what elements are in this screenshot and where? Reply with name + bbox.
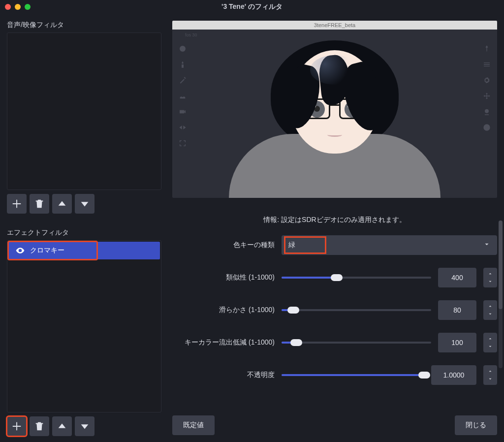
maximize-icon[interactable] <box>25 4 31 10</box>
delete-effect-filter-button[interactable] <box>30 416 49 436</box>
wand-icon[interactable] <box>178 76 187 85</box>
camera-icon[interactable] <box>178 107 187 116</box>
sliders-icon[interactable] <box>482 60 491 69</box>
svg-rect-1 <box>180 110 184 114</box>
person-icon[interactable] <box>178 60 187 69</box>
move-audio-filter-down-button[interactable] <box>75 194 94 214</box>
audio-filters-label: 音声/映像フィルタ <box>7 21 161 30</box>
left-panel: 音声/映像フィルタ エフェクトフィルタ クロマキー <box>0 14 167 442</box>
close-button[interactable]: 閉じる <box>455 415 497 435</box>
bow-icon[interactable] <box>178 123 187 132</box>
info-icon[interactable] <box>482 123 491 132</box>
chevron-up-icon[interactable] <box>483 335 497 342</box>
svg-point-2 <box>485 109 489 113</box>
visibility-icon[interactable] <box>15 246 25 255</box>
svg-point-0 <box>180 46 186 52</box>
face-icon[interactable] <box>178 44 187 53</box>
similarity-slider[interactable] <box>282 268 431 287</box>
spill-stepper[interactable] <box>483 333 497 352</box>
chevron-down-icon[interactable] <box>483 278 497 285</box>
similarity-label: 類似性 (1-1000) <box>172 273 275 282</box>
add-effect-filter-button[interactable] <box>7 416 27 436</box>
preview-right-toolbar <box>482 44 491 132</box>
minimize-icon[interactable] <box>15 4 21 10</box>
spill-value[interactable]: 100 <box>438 333 476 352</box>
pin-icon[interactable] <box>482 44 491 53</box>
chevron-down-icon <box>483 241 490 250</box>
smoothness-label: 滑らかさ (1-1000) <box>172 306 275 315</box>
effect-filters-buttons <box>7 416 161 436</box>
preview-title: 3teneFREE_beta <box>172 21 497 30</box>
close-icon[interactable] <box>5 4 11 10</box>
scrollbar[interactable] <box>499 221 503 368</box>
svg-point-3 <box>483 124 490 130</box>
preview-small-label: fos 30 <box>185 32 197 37</box>
spill-label: キーカラー流出低減 (1-1000) <box>172 338 275 347</box>
window-controls <box>5 4 31 10</box>
move-effect-filter-down-button[interactable] <box>75 416 94 436</box>
opacity-stepper[interactable] <box>483 365 497 385</box>
key-type-select[interactable]: 緑 <box>282 235 497 255</box>
similarity-stepper[interactable] <box>483 268 497 287</box>
similarity-value[interactable]: 400 <box>438 268 476 287</box>
chevron-down-icon[interactable] <box>483 311 497 317</box>
preview-window: 3teneFREE_beta fos 30 <box>172 21 497 198</box>
preview-left-toolbar <box>178 44 187 148</box>
opacity-value[interactable]: 1.0000 <box>431 365 476 385</box>
chevron-down-icon[interactable] <box>483 343 497 350</box>
audio-filters-list[interactable] <box>7 32 161 190</box>
chevron-down-icon[interactable] <box>483 376 497 382</box>
effect-filters-list[interactable]: クロマキー <box>7 240 161 412</box>
chevron-up-icon[interactable] <box>483 270 497 277</box>
key-type-value: 緑 <box>285 238 325 253</box>
gear-icon[interactable] <box>482 76 491 85</box>
window-titlebar: '3 Tene' のフィルタ <box>0 0 504 14</box>
chevron-up-icon[interactable] <box>483 303 497 310</box>
spill-slider[interactable] <box>282 333 431 352</box>
move-icon[interactable] <box>482 92 491 100</box>
defaults-button[interactable]: 既定値 <box>172 415 215 435</box>
group-icon[interactable] <box>178 92 187 100</box>
move-effect-filter-up-button[interactable] <box>52 416 72 436</box>
smoothness-slider[interactable] <box>282 300 431 320</box>
effect-filters-label: エフェクトフィルタ <box>7 228 161 237</box>
add-audio-filter-button[interactable] <box>7 194 27 214</box>
move-audio-filter-up-button[interactable] <box>52 194 72 214</box>
avatar-preview <box>221 31 448 198</box>
scrollbar-thumb[interactable] <box>499 221 503 309</box>
audio-filters-buttons <box>7 194 161 214</box>
chevron-up-icon[interactable] <box>483 368 497 375</box>
window-title: '3 Tene' のフィルタ <box>221 2 283 11</box>
smoothness-stepper[interactable] <box>483 300 497 320</box>
filter-properties: 情報: 設定はSDRビデオにのみ適用されます。 色キーの種類 緑 類似性 (1-… <box>172 216 497 398</box>
fullscreen-icon[interactable] <box>178 139 187 148</box>
delete-audio-filter-button[interactable] <box>30 194 49 214</box>
effect-filter-item-chromakey[interactable]: クロマキー <box>8 242 97 259</box>
key-type-label: 色キーの種類 <box>172 241 275 250</box>
effect-filter-label: クロマキー <box>30 246 64 255</box>
smoothness-value[interactable]: 80 <box>438 300 476 320</box>
right-panel: 3teneFREE_beta fos 30 <box>167 14 504 442</box>
opacity-label: 不透明度 <box>172 371 275 379</box>
webcam-icon[interactable] <box>482 107 491 116</box>
info-text: 情報: 設定はSDRビデオにのみ適用されます。 <box>172 216 497 224</box>
opacity-slider[interactable] <box>282 365 424 385</box>
